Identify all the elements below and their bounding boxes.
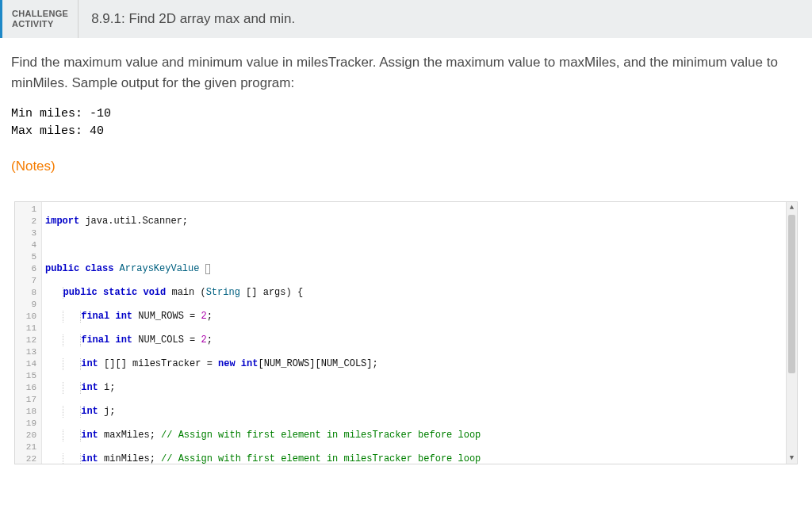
line-number: 9 xyxy=(15,299,36,311)
scrollbar-thumb[interactable] xyxy=(788,215,795,373)
line-number: 20 xyxy=(15,430,36,441)
line-number: 12 xyxy=(15,334,36,346)
line-number: 3 xyxy=(15,227,36,239)
line-number: 22 xyxy=(15,453,36,464)
line-number: 10 xyxy=(15,311,36,323)
line-number: 11 xyxy=(15,323,36,334)
line-number: 4 xyxy=(15,239,36,251)
code-line: public class ArraysKeyValue xyxy=(45,263,783,275)
line-number: 17 xyxy=(15,394,36,406)
code-line: final int NUM_COLS = 2; xyxy=(45,334,783,346)
line-number: 13 xyxy=(15,346,36,358)
line-number: 16 xyxy=(15,382,36,394)
line-number: 18 xyxy=(15,406,36,418)
code-line: int i; xyxy=(45,382,783,394)
code-text[interactable]: import java.util.Scanner; public class A… xyxy=(42,202,786,464)
line-number: 2 xyxy=(15,216,36,227)
challenge-label-line1: CHALLENGE xyxy=(12,9,68,19)
cursor-icon xyxy=(205,264,210,274)
line-number: 15 xyxy=(15,370,36,382)
line-number-gutter: 1 2 3 4 5 6 7 8 9 10 11 12 13 14 15 16 1… xyxy=(15,202,42,464)
line-number: 8 xyxy=(15,287,36,299)
prompt-text: Find the maximum value and minimum value… xyxy=(11,52,801,94)
line-number: 14 xyxy=(15,358,36,370)
code-line: final int NUM_ROWS = 2; xyxy=(45,311,783,323)
challenge-header: CHALLENGE ACTIVITY 8.9.1: Find 2D array … xyxy=(0,0,812,38)
line-number: 1 xyxy=(15,204,36,216)
challenge-label-line2: ACTIVITY xyxy=(12,19,68,29)
scroll-up-icon[interactable]: ▲ xyxy=(787,202,797,213)
code-line: int minMiles; // Assign with first eleme… xyxy=(45,453,783,464)
challenge-title: 8.9.1: Find 2D array max and min. xyxy=(79,0,308,38)
code-line xyxy=(45,239,783,251)
notes-link[interactable]: (Notes) xyxy=(11,159,56,174)
sample-output: Min miles: -10 Max miles: 40 xyxy=(11,105,801,141)
code-line: int maxMiles; // Assign with first eleme… xyxy=(45,430,783,441)
line-number: 7 xyxy=(15,275,36,287)
line-number: 19 xyxy=(15,418,36,430)
code-line: int [][] milesTracker = new int[NUM_ROWS… xyxy=(45,358,783,370)
line-number: 6 xyxy=(15,263,36,275)
vertical-scrollbar[interactable]: ▲ ▼ xyxy=(786,202,797,464)
code-line: import java.util.Scanner; xyxy=(45,216,783,227)
challenge-label: CHALLENGE ACTIVITY xyxy=(2,0,79,38)
line-number: 21 xyxy=(15,441,36,453)
code-line: public static void main (String [] args)… xyxy=(45,287,783,299)
line-number: 5 xyxy=(15,251,36,263)
code-line: int j; xyxy=(45,406,783,418)
code-editor[interactable]: 1 2 3 4 5 6 7 8 9 10 11 12 13 14 15 16 1… xyxy=(14,201,798,464)
scroll-down-icon[interactable]: ▼ xyxy=(787,453,797,464)
